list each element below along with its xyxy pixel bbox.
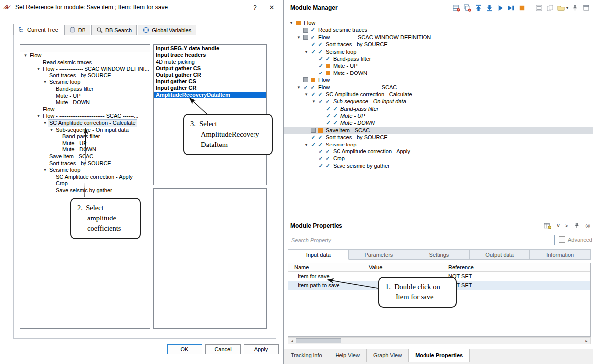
scroll-left-icon[interactable]: ◄ — [288, 339, 296, 343]
enabled-check-icon[interactable]: ✓ — [324, 148, 331, 155]
log-icon[interactable] — [535, 4, 543, 12]
module-tree-row[interactable]: ▾✓✓Sub-sequence - On input data — [284, 98, 593, 105]
tab-tracking-info[interactable]: Tracking info — [284, 349, 329, 362]
tab-information[interactable]: Information — [530, 249, 591, 260]
project-tree-panel[interactable]: ▾FlowRead seismic traces▾Flow - --------… — [20, 44, 150, 329]
tab-db-search[interactable]: DB Search — [91, 25, 137, 35]
enabled-check-icon[interactable]: ✓ — [324, 98, 331, 105]
dialog-tree-item[interactable]: Mute - DOWN — [20, 99, 150, 106]
dialog-title-bar[interactable]: ∕9∕ Set Reference for module: Save item … — [0, 0, 283, 14]
enabled-check-icon[interactable]: ✓ — [332, 105, 339, 112]
dialog-tree-item[interactable]: Sort traces - by SOURCE — [20, 160, 150, 167]
pin-icon[interactable] — [572, 222, 581, 230]
module-tree-row[interactable]: ✓✓Crop — [284, 155, 593, 162]
dialog-tree-item[interactable]: ▾Flow — [20, 52, 150, 59]
pin-icon[interactable] — [571, 4, 579, 12]
search-property-input[interactable] — [288, 235, 555, 245]
tab-global-variables[interactable]: Global Variables — [138, 25, 196, 35]
dialog-tree-item[interactable]: Mute - UP — [20, 140, 150, 147]
expander-icon[interactable]: ▾ — [42, 79, 48, 86]
dialog-tree-item[interactable]: Crop — [20, 180, 150, 187]
module-tree-row[interactable]: ✓✓SC Amplitude correction - Apply — [284, 148, 593, 155]
reference-list-item[interactable]: Input trace headers — [154, 52, 266, 58]
module-tree-row[interactable]: Flow — [284, 76, 593, 83]
view-dropdown-chevron[interactable]: ▾ — [566, 6, 568, 10]
enabled-check-icon[interactable]: ✓ — [310, 48, 317, 55]
enabled-check-icon[interactable]: ✓ — [317, 155, 324, 162]
enabled-check-icon[interactable]: ✓ — [317, 48, 324, 55]
apply-button[interactable]: Apply — [244, 344, 279, 354]
partial-state-square-icon[interactable] — [303, 35, 308, 40]
advanced-checkbox[interactable] — [559, 236, 565, 243]
property-reference[interactable]: NOT SET — [448, 273, 590, 279]
cancel-button[interactable]: Cancel — [205, 344, 241, 354]
module-tree-row[interactable]: ✓✓Sort traces - by SOURCE — [284, 41, 593, 48]
enabled-check-icon[interactable]: ✓ — [310, 134, 317, 141]
secondary-item-list[interactable] — [153, 188, 267, 329]
dialog-tree-item[interactable]: Read seismic traces — [20, 59, 150, 66]
expander-icon[interactable]: ▾ — [303, 141, 310, 148]
disabled-square-icon[interactable] — [311, 78, 315, 82]
expander-icon[interactable]: ▾ — [288, 19, 295, 26]
dialog-tree-item[interactable]: ▾Seismic loop — [20, 79, 150, 86]
dialog-tree-item[interactable]: Sort traces - by SOURCE — [20, 73, 150, 79]
tab-help-view[interactable]: Help View — [329, 349, 367, 362]
module-tree-row[interactable]: ▾✓✓Flow - ------------------------- SCAC… — [284, 84, 593, 91]
dialog-tree-item[interactable]: Band-pass filter — [20, 133, 150, 140]
expander-icon[interactable]: ▾ — [22, 52, 29, 59]
dialog-tree-item[interactable]: Save item - SCAC — [20, 153, 150, 160]
enabled-check-icon[interactable]: ✓ — [332, 112, 339, 119]
module-tree-row[interactable]: ▾✓✓Seismic loop — [284, 141, 593, 148]
expander-icon[interactable]: ▾ — [42, 167, 48, 174]
disabled-square-icon[interactable] — [326, 64, 330, 68]
module-tree-row[interactable]: ✓✓Save seismic by gather — [284, 162, 593, 169]
enabled-check-icon[interactable]: ✓ — [324, 162, 331, 169]
expander-icon[interactable]: ▾ — [310, 98, 317, 105]
expander-icon[interactable]: ▾ — [303, 91, 310, 98]
enabled-check-icon[interactable]: ✓ — [310, 91, 317, 98]
tab-input-data[interactable]: Input data — [288, 249, 349, 260]
reference-list-item[interactable]: AmplitudeRecoveryDataItem — [154, 92, 266, 98]
dialog-tree-item[interactable]: ▾Sub-sequence - On input data — [20, 127, 150, 134]
enabled-check-icon[interactable]: ✓ — [317, 55, 324, 62]
scroll-right-icon[interactable]: ► — [583, 339, 590, 343]
new-view-icon[interactable] — [557, 4, 565, 12]
enabled-check-icon[interactable]: ✓ — [317, 41, 324, 48]
disabled-square-icon[interactable] — [296, 21, 301, 25]
module-tree-row[interactable]: ▾Flow — [284, 19, 593, 26]
copy-icon[interactable] — [546, 4, 554, 12]
dialog-tree-item[interactable]: ▾Flow - ------------------------- SCAC -… — [20, 113, 150, 120]
dialog-tree-item[interactable]: Band-pass filter — [20, 86, 150, 93]
module-tree-row[interactable]: ▾✓✓Seismic loop — [284, 48, 593, 55]
module-tree-row[interactable]: ✓✓Mute - UP — [284, 112, 593, 119]
disabled-square-icon[interactable] — [326, 71, 330, 75]
enabled-check-icon[interactable]: ✓ — [324, 55, 331, 62]
dialog-tree-item[interactable]: SC Amplitude correction - Apply — [20, 174, 150, 181]
module-tree-row[interactable]: ✓✓Band-pass filter — [284, 105, 593, 112]
module-tree-row[interactable]: ✓Mute - UP — [284, 62, 593, 69]
reference-list-item[interactable]: Input gather CS — [154, 78, 266, 85]
expander-icon[interactable]: ▾ — [35, 66, 42, 73]
module-tree-row[interactable]: ✓✓Band-pass filter — [284, 55, 593, 62]
enabled-check-icon[interactable]: ✓ — [310, 141, 317, 148]
reference-list-item[interactable]: Input SEG-Y data handle — [154, 45, 266, 52]
new-flow-icon[interactable] — [452, 4, 461, 12]
enabled-check-icon[interactable]: ✓ — [317, 148, 324, 155]
float-window-icon[interactable]: ◎ — [585, 222, 590, 229]
module-tree-row[interactable]: ✓Read seismic traces — [284, 26, 593, 33]
expander-icon[interactable]: ▾ — [295, 34, 302, 41]
enabled-check-icon[interactable]: ✓ — [317, 141, 324, 148]
copy-properties-icon[interactable] — [543, 222, 552, 230]
tab-db[interactable]: DB — [64, 25, 90, 35]
dialog-tree-item[interactable]: Flow — [20, 106, 150, 113]
stop-icon[interactable] — [518, 4, 526, 12]
enabled-check-icon[interactable]: ✓ — [317, 62, 324, 69]
tab-settings[interactable]: Settings — [409, 249, 470, 260]
tab-graph-view[interactable]: Graph View — [367, 349, 409, 362]
enabled-check-icon[interactable]: ✓ — [317, 70, 324, 76]
collapse-chevron-icon[interactable]: ∨ — [556, 222, 560, 229]
move-up-icon[interactable] — [474, 4, 483, 12]
enabled-check-icon[interactable]: ✓ — [325, 119, 332, 126]
dialog-tree-item[interactable]: Mute - UP — [20, 93, 150, 100]
move-down-icon[interactable] — [485, 4, 494, 12]
